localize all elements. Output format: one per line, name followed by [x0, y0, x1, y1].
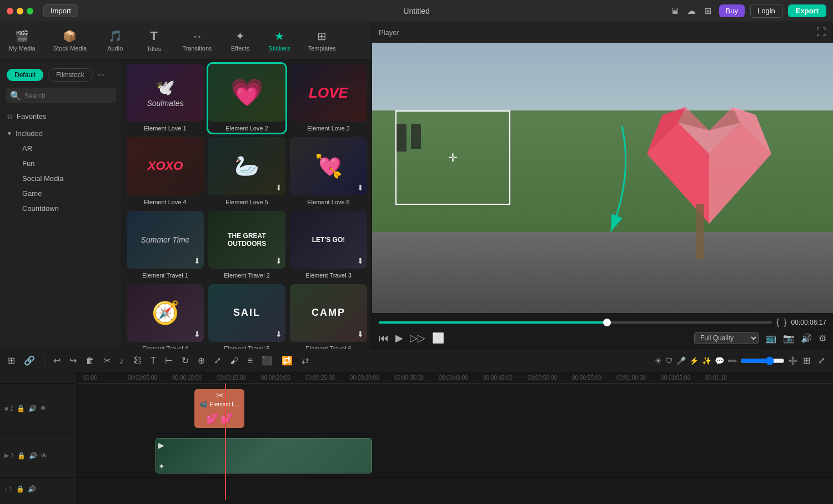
crop-button[interactable]: ⬜: [432, 332, 444, 344]
maximize-button[interactable]: [27, 8, 33, 14]
export-button[interactable]: Export: [788, 4, 826, 17]
video-clip[interactable]: ▶ ✦: [155, 438, 372, 473]
sticker-love3[interactable]: LOVE Element Love 3: [290, 64, 367, 133]
sticker-travel6[interactable]: CAMP ⬇ Element Travel 6: [290, 284, 367, 349]
tab-default[interactable]: Default: [7, 69, 43, 81]
timeline-zoom-in-button[interactable]: ⊕: [195, 354, 207, 367]
shield-icon: 🛡: [665, 356, 673, 365]
timeline-pip-button[interactable]: ⬛: [259, 354, 275, 367]
download-icon: ⬇: [275, 330, 282, 339]
track-volume-2[interactable]: 🔊: [28, 405, 37, 412]
timeline-redo-button[interactable]: ↪: [67, 354, 79, 367]
quality-select[interactable]: Full Quality Half Quality Quarter Qualit…: [694, 332, 759, 344]
sticker-travel4[interactable]: 🧭 ⬇ Element Travel 4: [127, 284, 204, 349]
import-button[interactable]: Import: [43, 4, 78, 17]
ruler-mark-0: 00:00: [83, 375, 128, 381]
timeline-expand2-button[interactable]: ⤢: [816, 354, 827, 367]
sticker-love4[interactable]: XOXO Element Love 4: [127, 137, 204, 206]
track-lock-1[interactable]: 🔒: [17, 452, 26, 460]
sidebar-item-fun[interactable]: Fun: [7, 156, 115, 171]
timeline-stabilize-button[interactable]: ⇄: [299, 354, 311, 367]
login-button[interactable]: Login: [750, 4, 782, 18]
buy-button[interactable]: Buy: [719, 4, 745, 17]
track-visibility-1[interactable]: 👁: [41, 452, 47, 460]
bird-icon-clip: 💕: [220, 412, 233, 425]
player-fullscreen-icon[interactable]: ⛶: [816, 27, 826, 38]
tool-my-media[interactable]: 🎬 My Media: [0, 27, 44, 54]
sidebar-item-favorites[interactable]: ☆ Favorites: [0, 109, 122, 124]
mic-icon: 🎤: [676, 356, 686, 365]
progress-bar[interactable]: [379, 321, 772, 324]
progress-thumb[interactable]: [603, 319, 611, 326]
zoom-slider[interactable]: [740, 356, 785, 365]
sticker-travel2-thumb: THE GREAT OUTDOORS ⬇: [208, 211, 285, 269]
timeline-grid-button[interactable]: ⊞: [801, 354, 812, 367]
play-button[interactable]: ▶: [395, 332, 403, 344]
track-visibility-2[interactable]: 👁: [40, 405, 47, 412]
rewind-button[interactable]: ⏮: [379, 332, 389, 344]
sidebar-item-game[interactable]: Game: [7, 186, 115, 201]
settings-icon[interactable]: ⚙: [819, 333, 826, 344]
sticker-travel5[interactable]: SAIL ⬇ Element Travel 5: [208, 284, 285, 349]
sticker-clip[interactable]: ✂ 📹 Element L... 💕 💕: [194, 389, 244, 428]
sticker-love1[interactable]: 🕊️ Soulmates Element Love 1: [127, 64, 204, 133]
timeline-expand-button[interactable]: ⤢: [212, 354, 223, 367]
timeline-undo-button[interactable]: ↩: [51, 354, 63, 367]
sidebar-item-ar[interactable]: AR: [7, 141, 115, 156]
playhead[interactable]: [225, 384, 226, 500]
tool-effects[interactable]: ✦ Effects: [221, 27, 260, 54]
minimize-button[interactable]: [17, 8, 23, 14]
timeline-link-button[interactable]: 🔗: [22, 354, 37, 367]
tool-stickers[interactable]: ★ Stickers: [260, 27, 299, 54]
timeline-trim-button[interactable]: ⊢: [163, 354, 175, 367]
tool-titles[interactable]: T Titles: [134, 27, 173, 54]
tool-templates[interactable]: ⊞ Templates: [299, 27, 345, 54]
timeline-audio-eq-button[interactable]: ≡: [245, 355, 255, 367]
layout-icon[interactable]: ⊞: [702, 6, 714, 17]
sticker-love5[interactable]: 🦢 ⬇ Element Love 5: [208, 137, 285, 206]
ruler-mark-3: 00:00:15:00: [217, 375, 261, 381]
snapshot-icon[interactable]: 📷: [783, 333, 794, 344]
timeline-rotate-button[interactable]: ↻: [179, 354, 191, 367]
more-options-button[interactable]: ···: [97, 70, 104, 80]
sticker-love6[interactable]: 💘 ⬇ Element Love 6: [290, 137, 367, 206]
timeline-text-button[interactable]: T: [148, 355, 158, 367]
sticker-travel1[interactable]: Summer Time ⬇ Element Travel 1: [127, 211, 204, 280]
speech-icon: 💬: [715, 356, 724, 365]
sticker-travel2-label: Element Travel 2: [208, 271, 285, 280]
sticker-travel2[interactable]: THE GREAT OUTDOORS ⬇ Element Travel 2: [208, 211, 285, 280]
sticker-love2[interactable]: 💗 Element Love 2: [208, 64, 285, 133]
fast-forward-button[interactable]: ▷▷: [410, 332, 425, 344]
sticker-track: ✂ 📹 Element L... 💕 💕: [78, 384, 833, 434]
ruler-mark-12: 00:01:00:00: [616, 375, 661, 381]
monitor-icon[interactable]: 🖥: [669, 6, 680, 17]
tab-filmstock[interactable]: Filmstock: [48, 68, 93, 82]
track-volume-1[interactable]: 🔊: [29, 452, 37, 460]
timeline-cut-button[interactable]: ✂: [101, 354, 113, 367]
sidebar-item-social-media[interactable]: Social Media: [7, 171, 115, 186]
section-header-included[interactable]: ▼ Included: [7, 126, 115, 141]
track-lock-2[interactable]: 🔒: [17, 405, 25, 412]
timeline-paint-button[interactable]: 🖌: [228, 355, 241, 367]
tool-transitions[interactable]: ↔ Transitions: [173, 28, 220, 54]
tool-stock-media[interactable]: 📦 Stock Media: [44, 27, 96, 54]
sticker-travel3[interactable]: LET'S GO! ⬇ Element Travel 3: [290, 211, 367, 280]
timeline-add-track-button[interactable]: ⊞: [6, 354, 17, 367]
timeline-delete-button[interactable]: 🗑: [83, 355, 97, 367]
track-volume-audio[interactable]: 🔊: [28, 485, 36, 493]
screen-output-icon[interactable]: 📺: [765, 333, 776, 344]
people-area: [395, 124, 421, 152]
volume-icon[interactable]: 🔊: [801, 333, 812, 344]
cloud-icon[interactable]: ☁: [686, 6, 697, 17]
tool-audio[interactable]: 🎵 Audio: [96, 27, 134, 54]
track-lock-audio[interactable]: 🔒: [16, 485, 24, 493]
sidebar-item-countdown[interactable]: Countdown: [7, 201, 115, 216]
timeline-music-button[interactable]: ♪: [117, 355, 126, 367]
search-input[interactable]: [24, 92, 112, 100]
close-button[interactable]: [7, 8, 13, 14]
player-header: Player ⛶: [372, 22, 833, 43]
download-icon: ⬇: [357, 330, 364, 339]
timeline-loop-button[interactable]: 🔁: [279, 354, 295, 367]
timeline-main[interactable]: 00:00 00:00:05:00 00:00:10:00 00:00:15:0…: [78, 372, 833, 504]
timeline-link2-button[interactable]: ⛓: [131, 355, 144, 367]
